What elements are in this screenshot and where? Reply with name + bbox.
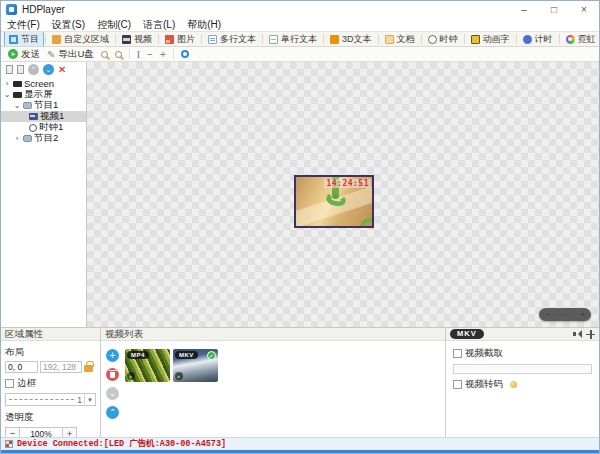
tab-label: 3D文本 <box>342 33 372 46</box>
layout-row: 0, 0 192, 128 <box>5 361 96 373</box>
tab-document[interactable]: 文档 <box>380 31 420 47</box>
export-usb-button[interactable]: ✎导出U盘 <box>47 48 94 61</box>
copy-icon[interactable] <box>6 65 13 74</box>
delete-video-button[interactable] <box>106 368 119 381</box>
tab-custom-area[interactable]: 自定义区域 <box>47 31 114 47</box>
expand-arrow-icon[interactable]: › <box>3 79 11 88</box>
position-input[interactable]: 0, 0 <box>5 361 38 373</box>
device-icon <box>5 440 13 448</box>
border-label: 边框 <box>17 377 36 390</box>
tab-singleline-text[interactable]: 单行文本 <box>264 31 322 47</box>
usb-export-icon: ✎ <box>47 49 55 60</box>
device-status-text: Device Connected:[LED 广告机:A30-00-A4573] <box>17 438 226 450</box>
video-transcode-row: 视频转码 <box>453 378 592 391</box>
separator <box>158 34 159 44</box>
design-canvas[interactable]: 14:24:51 − ···· + <box>87 62 599 327</box>
zoom-out-button[interactable]: − <box>545 310 550 319</box>
menu-control[interactable]: 控制(C) <box>97 18 131 32</box>
tab-clock[interactable]: 时钟 <box>423 31 463 47</box>
tab-neon[interactable]: 霓虹 <box>561 31 599 47</box>
canvas-zoom-control[interactable]: − ···· + <box>539 308 591 321</box>
tab-label: 自定义区域 <box>64 33 109 46</box>
tab-label: 图片 <box>177 33 195 46</box>
tab-animated-text[interactable]: 动画字 <box>466 31 515 47</box>
app-icon <box>6 4 17 15</box>
menu-file[interactable]: 文件(F) <box>7 18 40 32</box>
trash-icon <box>110 372 115 378</box>
tab-timer[interactable]: 计时 <box>518 31 558 47</box>
collapse-arrow-icon[interactable]: ⌄ <box>13 101 21 110</box>
tab-program[interactable]: 节目 <box>4 31 44 47</box>
hdplayer-window: HDPlayer – □ × 文件(F) 设置(S) 控制(C) 语言(L) 帮… <box>0 0 600 454</box>
separator <box>173 49 174 59</box>
send-button[interactable]: ➤发送 <box>8 48 40 61</box>
zoom-minus-button[interactable]: − <box>147 49 153 60</box>
separator <box>262 34 263 44</box>
menu-language[interactable]: 语言(L) <box>143 18 175 32</box>
move-down-icon[interactable]: ⌄ <box>43 64 54 75</box>
monitor-icon <box>13 81 22 87</box>
cursor-icon[interactable]: I <box>137 49 140 60</box>
clock-region-overlay[interactable]: 14:24:51 <box>324 179 371 188</box>
video-crop-range-input[interactable] <box>453 364 592 374</box>
layout-label: 布局 <box>5 346 96 359</box>
video-item-mkv[interactable]: MKV ✓ ▶ <box>173 349 218 382</box>
tab-video[interactable]: 视频 <box>117 31 157 47</box>
minimize-button[interactable]: – <box>509 1 539 18</box>
border-checkbox[interactable] <box>5 379 14 388</box>
window-controls: – □ × <box>509 1 599 18</box>
tree-item-program2[interactable]: ›节目2 <box>1 133 86 144</box>
tab-label: 多行文本 <box>220 33 256 46</box>
paste-icon[interactable] <box>17 65 24 74</box>
zoom-in-icon[interactable] <box>101 51 108 58</box>
audio-icon[interactable] <box>573 330 582 338</box>
size-input[interactable]: 192, 128 <box>40 361 82 373</box>
move-icon[interactable] <box>586 330 595 339</box>
zoom-plus-button[interactable]: + <box>160 49 166 60</box>
move-up-icon[interactable]: ⌃ <box>28 64 39 75</box>
maximize-button[interactable]: □ <box>539 1 569 18</box>
tab-multiline-text[interactable]: 多行文本 <box>203 31 261 47</box>
video-item-mp4[interactable]: MP4 ▶ <box>125 349 170 382</box>
tab-image[interactable]: 图片 <box>160 31 200 47</box>
add-video-button[interactable]: + <box>106 349 119 362</box>
separator <box>378 34 379 44</box>
multiline-text-icon <box>208 35 217 44</box>
window-title: HDPlayer <box>22 4 65 15</box>
border-width-value: 1 <box>77 395 82 405</box>
collapse-arrow-icon[interactable]: ⌄ <box>3 90 11 99</box>
close-button[interactable]: × <box>569 1 599 18</box>
video-icon <box>122 35 131 44</box>
region-properties-panel: 区域属性 布局 0, 0 192, 128 边框 1 ▼ 透明度 <box>1 328 101 437</box>
zoom-slider[interactable]: ···· <box>558 310 573 319</box>
menu-settings[interactable]: 设置(S) <box>52 18 85 32</box>
tab-3d-text[interactable]: 3D文本 <box>325 31 377 47</box>
video-transcode-checkbox[interactable] <box>453 380 462 389</box>
monitor-icon <box>13 92 22 98</box>
separator <box>421 34 422 44</box>
zoom-in-button[interactable]: + <box>580 310 585 319</box>
separator <box>201 34 202 44</box>
lock-icon[interactable] <box>84 365 93 372</box>
tab-label: 动画字 <box>483 33 510 46</box>
video-crop-checkbox[interactable] <box>453 349 462 358</box>
video-crop-label: 视频截取 <box>465 347 503 360</box>
move-item-down-button[interactable]: ⌄ <box>106 387 119 400</box>
zoom-out-icon[interactable] <box>115 51 122 58</box>
format-badge: MP4 <box>127 351 149 359</box>
delete-icon[interactable]: ✕ <box>58 64 66 75</box>
move-item-up-button[interactable]: ⌃ <box>106 406 119 419</box>
video-list-buttons: + ⌄ ⌃ <box>105 345 120 433</box>
settings-dot-icon[interactable] <box>181 50 189 58</box>
image-icon <box>165 35 174 44</box>
border-style-dropdown[interactable]: 1 ▼ <box>5 393 96 406</box>
separator <box>516 34 517 44</box>
video-region-preview[interactable]: 14:24:51 <box>294 175 374 228</box>
separator <box>129 49 130 59</box>
export-usb-label: 导出U盘 <box>58 48 93 61</box>
chevron-down-icon[interactable]: ▼ <box>84 394 95 405</box>
menubar: 文件(F) 设置(S) 控制(C) 语言(L) 帮助(H) <box>1 18 599 31</box>
menu-help[interactable]: 帮助(H) <box>187 18 221 32</box>
video-list-header: 视频列表 <box>101 328 445 341</box>
expand-arrow-icon[interactable]: › <box>13 134 21 143</box>
